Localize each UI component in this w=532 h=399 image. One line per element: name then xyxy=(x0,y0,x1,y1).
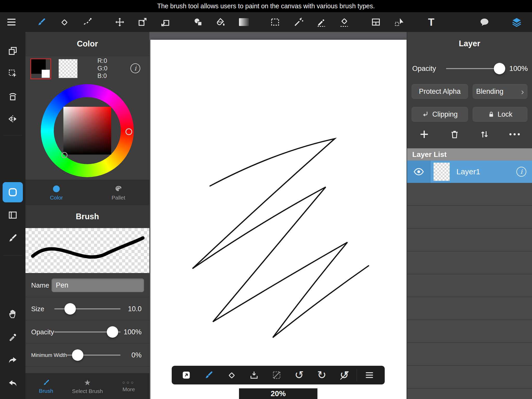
blending-button[interactable]: Blending › xyxy=(473,84,528,99)
fill-tool-button[interactable] xyxy=(212,15,228,30)
draw-tool-button[interactable] xyxy=(4,230,21,247)
foreground-swatch[interactable] xyxy=(30,58,51,79)
slider-track xyxy=(446,68,501,69)
rotate-left-button[interactable]: ↺ xyxy=(288,368,310,383)
brush-size-label: Size xyxy=(31,305,44,313)
gradient-tool-button[interactable] xyxy=(236,15,251,30)
layer-thumbnail[interactable] xyxy=(434,163,450,181)
lock-icon xyxy=(488,111,495,118)
text-tool-button[interactable]: T xyxy=(424,15,439,30)
brush-stroke-preview xyxy=(25,228,149,273)
slider-knob[interactable] xyxy=(64,303,76,315)
saturation-value-square[interactable] xyxy=(63,107,111,155)
cursor-select-tool-button[interactable] xyxy=(392,15,407,30)
color-info-button[interactable]: i xyxy=(130,63,140,73)
select-tool-button[interactable] xyxy=(268,15,283,30)
select-eraser-tool-button[interactable] xyxy=(337,15,352,30)
deselect-button[interactable] xyxy=(265,368,288,383)
canvas-brush-button[interactable] xyxy=(197,368,220,383)
min-width-slider[interactable] xyxy=(67,343,121,367)
drawing-canvas[interactable] xyxy=(150,40,407,399)
speech-bubble-tool-button[interactable] xyxy=(477,15,492,30)
eye-icon xyxy=(413,167,424,176)
rotate-right-button[interactable]: ↻ xyxy=(310,368,333,383)
transform-tool-button[interactable] xyxy=(135,15,150,30)
layer-more-options-button[interactable] xyxy=(507,127,522,142)
pen-icon xyxy=(8,233,18,243)
lock-button[interactable]: Lock xyxy=(473,107,528,122)
tab-brush[interactable]: Brush xyxy=(25,374,67,399)
layer-opacity-slider[interactable] xyxy=(446,58,501,79)
select-move-button[interactable] xyxy=(4,65,21,82)
protect-alpha-button[interactable]: Protect Alpha xyxy=(411,84,468,99)
min-width-label: Minimum Width xyxy=(31,352,67,358)
rect-tool-button-active[interactable] xyxy=(3,182,23,202)
tab-select-brush[interactable]: ★ Select Brush xyxy=(67,374,108,399)
magic-wand-icon xyxy=(294,17,303,27)
brush-size-slider[interactable] xyxy=(54,297,121,320)
shapes-icon xyxy=(193,17,203,27)
cursor-select-icon xyxy=(394,17,404,27)
gradient-icon xyxy=(239,18,249,26)
clipping-button[interactable]: Clipping xyxy=(411,107,468,122)
zoom-indicator: 20% xyxy=(239,388,317,399)
divide-tool-button[interactable] xyxy=(368,15,383,30)
tab-color[interactable]: Color xyxy=(25,180,88,205)
ellipsis-icon xyxy=(509,133,520,136)
mesh-transform-tool-button[interactable] xyxy=(158,15,173,30)
brush-opacity-slider[interactable] xyxy=(54,320,121,343)
deselect-icon xyxy=(272,370,281,380)
delete-layer-button[interactable] xyxy=(447,127,462,142)
rotate-view-button[interactable] xyxy=(4,88,21,105)
left-sidebar xyxy=(0,32,26,399)
forward-button[interactable] xyxy=(175,368,197,383)
add-layer-button[interactable] xyxy=(417,127,431,142)
layer-visibility-toggle[interactable] xyxy=(407,161,430,183)
shape-tool-button[interactable] xyxy=(191,15,206,30)
layer-row-selected[interactable]: Layer1 i xyxy=(407,161,532,183)
min-width-value: 0% xyxy=(131,351,142,359)
hand-tool-button[interactable] xyxy=(4,305,21,322)
tab-more[interactable]: ○○○ More xyxy=(108,374,149,399)
correction-pen-icon xyxy=(83,17,92,27)
hue-marker[interactable] xyxy=(125,128,132,135)
trash-icon xyxy=(450,129,460,139)
tab-pallet[interactable]: Pallet xyxy=(88,180,150,205)
brush-opacity-row: Opacity 100% xyxy=(25,320,149,343)
transparent-swatch[interactable] xyxy=(58,59,78,78)
brush-bottom-tabs: Brush ★ Select Brush ○○○ More xyxy=(25,373,149,399)
move-tool-button[interactable] xyxy=(112,15,127,30)
slider-knob[interactable] xyxy=(107,326,118,338)
empty-layer-slots xyxy=(407,183,532,399)
hand-icon xyxy=(8,309,18,319)
more-dots-icon: ○○○ xyxy=(122,380,135,385)
slider-knob[interactable] xyxy=(72,349,83,361)
brush-tool-button[interactable] xyxy=(34,15,49,30)
brush-name-input[interactable] xyxy=(51,278,144,292)
layer-info-button[interactable]: i xyxy=(516,167,526,177)
flip-icon xyxy=(8,114,18,124)
magic-wand-tool-button[interactable] xyxy=(291,15,306,30)
frame-view-icon xyxy=(8,210,18,220)
undo-button[interactable] xyxy=(4,375,21,391)
saturation-value-marker[interactable] xyxy=(61,152,68,158)
eyedropper-tool-button[interactable] xyxy=(4,329,21,345)
redo-button[interactable] xyxy=(4,352,21,368)
reorder-layers-button[interactable] xyxy=(477,127,492,142)
select-pen-tool-button[interactable] xyxy=(314,15,329,30)
save-button[interactable] xyxy=(243,368,265,383)
reset-rotation-button[interactable]: ↺ xyxy=(333,368,356,383)
canvas-menu-button[interactable] xyxy=(358,368,381,383)
duplicate-button[interactable] xyxy=(4,43,21,59)
flip-view-button[interactable] xyxy=(4,111,21,127)
color-panel-header: Color xyxy=(25,32,149,56)
fill-bucket-icon xyxy=(215,17,225,27)
correction-pen-tool-button[interactable] xyxy=(80,15,95,30)
slider-knob[interactable] xyxy=(494,63,505,74)
eraser-tool-button[interactable] xyxy=(57,15,72,30)
frame-view-button[interactable] xyxy=(4,207,21,223)
layers-panel-button[interactable] xyxy=(509,15,524,30)
canvas-eraser-button[interactable] xyxy=(220,368,243,383)
main-menu-button[interactable] xyxy=(4,15,19,30)
eraser-icon xyxy=(227,370,236,380)
